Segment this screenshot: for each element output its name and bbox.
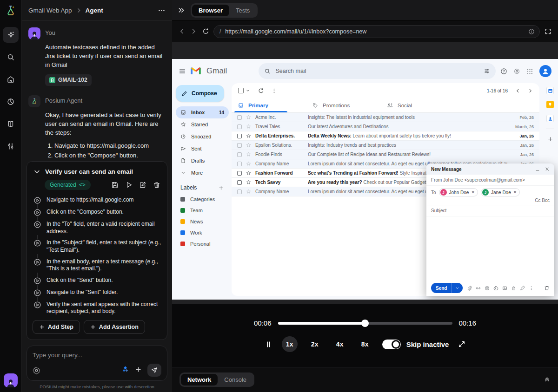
jira-logo-icon[interactable] <box>121 366 129 375</box>
remove-recipient-icon[interactable]: ✕ <box>471 190 475 195</box>
step-play-icon[interactable] <box>33 209 41 216</box>
forward-icon[interactable] <box>190 28 197 35</box>
speed-4x-button[interactable]: 4x <box>332 336 348 352</box>
workflow-icon[interactable] <box>3 138 19 154</box>
label-categories[interactable]: Categories <box>176 194 229 205</box>
gmail-compose-button[interactable]: Compose <box>176 85 224 102</box>
add-assertion-button[interactable]: Add Assertion <box>84 320 145 334</box>
row-star-icon[interactable] <box>246 143 251 148</box>
step-play-icon[interactable] <box>33 277 41 285</box>
tab-primary[interactable]: Primary <box>232 98 306 112</box>
select-all-checkbox[interactable] <box>238 88 250 93</box>
compose-to-row[interactable]: To J John Doe ✕ J Jane Doe ✕ <box>426 186 554 197</box>
minimize-icon[interactable] <box>535 167 540 171</box>
nav-snoozed[interactable]: Snoozed <box>176 131 229 143</box>
email-row[interactable]: Epsilon Solutions. Insights: Industry tr… <box>232 141 539 150</box>
nav-sent[interactable]: Sent <box>176 143 229 155</box>
testcase-step[interactable]: Verify the sent email appears with the c… <box>33 301 161 315</box>
row-star-icon[interactable] <box>246 115 251 120</box>
row-checkbox[interactable] <box>237 115 242 120</box>
step-play-icon[interactable] <box>33 239 41 254</box>
testcase-step[interactable]: In the "To" field, enter a valid recipie… <box>33 221 161 235</box>
run-play-icon[interactable] <box>125 181 133 189</box>
send-options-caret-icon[interactable] <box>452 286 463 290</box>
step-play-icon[interactable] <box>33 289 41 297</box>
label-team[interactable]: Team <box>176 205 229 216</box>
tab-console[interactable]: Console <box>218 374 253 385</box>
signature-pen-icon[interactable] <box>520 286 525 291</box>
expand-icon[interactable] <box>458 340 465 348</box>
row-checkbox[interactable] <box>237 134 242 138</box>
row-star-icon[interactable] <box>246 133 251 138</box>
search-icon[interactable] <box>264 68 271 74</box>
row-checkbox[interactable] <box>237 162 242 166</box>
compose-header[interactable]: New Message <box>426 163 554 175</box>
emoji-icon[interactable] <box>485 286 490 291</box>
jira-ticket-badge[interactable]: GMAIL-102 <box>45 74 92 86</box>
row-star-icon[interactable] <box>246 170 251 176</box>
playback-thumb[interactable] <box>361 320 369 327</box>
attach-plus-icon[interactable] <box>135 366 142 375</box>
pause-icon[interactable] <box>265 340 272 348</box>
row-star-icon[interactable] <box>246 180 251 185</box>
more-vert-icon[interactable] <box>271 88 277 94</box>
settings-gear-icon[interactable] <box>513 68 520 75</box>
user-avatar[interactable] <box>4 373 18 387</box>
reload-icon[interactable] <box>202 28 209 35</box>
refresh-icon[interactable] <box>258 88 264 94</box>
collapse-panel-icon[interactable] <box>544 376 551 383</box>
send-button[interactable]: Send <box>431 283 463 293</box>
subject-input[interactable] <box>431 208 550 213</box>
get-addons-plus-icon[interactable] <box>547 136 553 144</box>
tab-tests[interactable]: Tests <box>229 5 256 16</box>
speed-8x-button[interactable]: 8x <box>357 336 373 352</box>
hamburger-menu-icon[interactable] <box>179 67 186 75</box>
info-icon[interactable] <box>528 28 535 35</box>
nav-more[interactable]: More <box>176 167 229 179</box>
attach-file-icon[interactable] <box>467 286 472 291</box>
breadcrumb-project[interactable]: Gmail Web App <box>28 7 72 14</box>
testcase-step[interactable]: In the "Subject" field, enter a test sub… <box>33 239 161 254</box>
step-play-icon[interactable] <box>33 196 41 204</box>
email-row[interactable]: Acme Inc. Insights: The latest in indust… <box>232 113 539 122</box>
gmail-account-avatar[interactable] <box>539 65 551 77</box>
back-icon[interactable] <box>179 28 186 35</box>
edit-icon[interactable] <box>139 181 146 189</box>
agent-sparkles-icon[interactable] <box>3 27 19 43</box>
insert-link-icon[interactable] <box>476 286 481 291</box>
query-input[interactable] <box>33 352 161 359</box>
chevron-down-icon[interactable] <box>33 168 40 175</box>
search-icon[interactable] <box>3 49 19 65</box>
close-icon[interactable] <box>545 167 550 171</box>
gmail-search-input[interactable] <box>275 68 479 74</box>
testcase-step[interactable]: Click on the "Send" button. <box>33 277 161 285</box>
more-options-icon[interactable] <box>529 286 534 291</box>
tab-browser[interactable]: Browser <box>192 5 229 16</box>
row-checkbox[interactable] <box>237 124 242 129</box>
step-play-icon[interactable] <box>33 258 41 273</box>
label-work[interactable]: Work <box>176 227 229 238</box>
posium-logo-icon[interactable] <box>5 5 17 17</box>
send-query-button[interactable] <box>147 364 161 377</box>
add-step-button[interactable]: Add Step <box>33 320 80 334</box>
recipient-chip[interactable]: J John Doe ✕ <box>439 188 478 196</box>
gear-icon[interactable] <box>33 366 40 374</box>
email-row[interactable]: Foodie Finds Our Complete list of Recipe… <box>232 150 539 159</box>
row-star-icon[interactable] <box>246 161 251 166</box>
row-star-icon[interactable] <box>246 152 251 157</box>
send-button-label[interactable]: Send <box>431 283 452 293</box>
more-menu-icon[interactable] <box>158 7 166 14</box>
delete-trash-icon[interactable] <box>153 181 160 189</box>
compose-body[interactable] <box>426 216 554 280</box>
contacts-icon[interactable] <box>546 115 554 122</box>
fullscreen-icon[interactable] <box>545 28 551 35</box>
nav-drafts[interactable]: Drafts <box>176 155 229 167</box>
skip-inactive-toggle[interactable] <box>382 340 401 349</box>
home-icon[interactable] <box>3 72 19 87</box>
collapse-sidebar-icon[interactable] <box>178 7 185 14</box>
docs-book-icon[interactable] <box>3 116 19 132</box>
row-checkbox[interactable] <box>237 180 242 185</box>
speed-1x-button[interactable]: 1x <box>282 336 298 352</box>
speed-2x-button[interactable]: 2x <box>307 336 323 352</box>
search-filter-icon[interactable] <box>484 68 490 74</box>
